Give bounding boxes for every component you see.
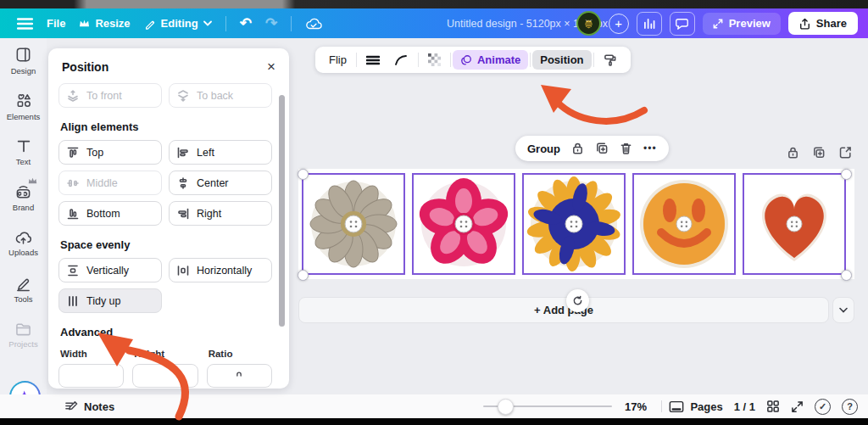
align-bottom-button[interactable]: Bottom — [58, 201, 162, 226]
save-status-button[interactable] — [305, 17, 322, 31]
duplicate-page-icon[interactable] — [812, 146, 826, 159]
main-menu-button[interactable] — [17, 18, 33, 30]
text-icon — [15, 137, 32, 154]
pink-flower-image[interactable] — [412, 173, 515, 275]
sidebar-item-elements[interactable]: Elements — [0, 84, 47, 128]
yellow-blue-flower-image[interactable] — [522, 173, 626, 275]
design-icon — [14, 46, 32, 64]
share-button[interactable]: Share — [788, 12, 858, 35]
checkerboard-icon — [428, 53, 441, 66]
context-toolbar: Flip Animate Position — [315, 47, 631, 73]
add-member-button[interactable]: + — [609, 14, 629, 34]
zoom-slider-thumb[interactable] — [498, 399, 514, 415]
comments-button[interactable] — [670, 12, 695, 36]
panel-scrollbar[interactable] — [279, 95, 285, 327]
add-page-button[interactable]: + Add page — [298, 297, 829, 323]
transparency-button[interactable] — [420, 53, 448, 66]
space-evenly-heading: Space evenly — [60, 238, 270, 251]
collapse-page-button[interactable] — [832, 297, 854, 323]
align-right-button[interactable]: Right — [169, 201, 272, 226]
flip-button[interactable]: Flip — [321, 53, 354, 66]
line-weight-icon — [366, 55, 380, 65]
position-panel: Position × To front To back Align elemen… — [48, 48, 289, 389]
selection-handle-top-right[interactable] — [841, 169, 852, 180]
account-avatar[interactable] — [576, 11, 601, 36]
ratio-lock-icon — [234, 371, 244, 381]
align-top-icon — [67, 147, 79, 159]
close-panel-button[interactable]: × — [267, 59, 275, 74]
status-check-button[interactable]: ✓ — [815, 399, 831, 415]
toolbar-divider — [418, 53, 419, 67]
selection-handle-top-left[interactable] — [298, 169, 309, 180]
statusbar: Notes 17% Pages 1 / 1 ✓ ? — [0, 394, 868, 418]
align-center-button[interactable]: Center — [169, 171, 272, 195]
tidy-up-icon — [67, 295, 79, 307]
preview-button[interactable]: Preview — [703, 13, 781, 35]
fullscreen-icon[interactable] — [791, 400, 804, 413]
position-button[interactable]: Position — [532, 50, 591, 70]
space-horizontally-icon — [177, 265, 189, 277]
add-page-icon[interactable] — [838, 146, 852, 159]
align-center-icon — [177, 177, 189, 189]
more-options-button[interactable]: ••• — [643, 143, 657, 154]
to-front-icon — [67, 90, 79, 102]
selection-handle-bottom-right[interactable] — [841, 270, 852, 281]
sidebar-item-tools[interactable]: Tools — [0, 267, 47, 311]
align-left-button[interactable]: Left — [169, 140, 272, 165]
design-canvas[interactable] — [298, 169, 854, 279]
rotate-icon — [572, 295, 583, 306]
lock-page-icon[interactable] — [787, 146, 799, 159]
sidebar: Design Elements Text Brand Uploads Tools… — [0, 38, 47, 418]
sidebar-item-projects[interactable]: Projects — [0, 313, 47, 357]
curve-icon — [395, 54, 409, 65]
sidebar-item-design[interactable]: Design — [0, 38, 47, 82]
height-input[interactable] — [132, 364, 198, 388]
selection-handle-bottom-left[interactable] — [298, 270, 309, 281]
sidebar-item-brand[interactable]: Brand — [0, 176, 47, 220]
grey-flower-image[interactable] — [302, 173, 405, 275]
pages-icon — [669, 400, 684, 413]
space-vertically-button[interactable]: Vertically — [58, 258, 162, 282]
width-label: Width — [60, 349, 122, 359]
sidebar-item-uploads[interactable]: Uploads — [0, 221, 47, 266]
sidebar-item-text[interactable]: Text — [0, 130, 47, 174]
redo-button[interactable]: ↷ — [265, 16, 277, 31]
group-button[interactable]: Group — [527, 143, 560, 155]
heart-image[interactable] — [743, 173, 846, 275]
insights-button[interactable] — [637, 12, 662, 36]
brand-kit-icon — [14, 184, 32, 200]
curve-button[interactable] — [387, 54, 416, 65]
smiley-image[interactable] — [632, 173, 736, 275]
topbar-divider — [291, 16, 292, 31]
pages-button[interactable]: Pages — [669, 400, 722, 413]
resize-button[interactable]: Resize — [79, 17, 130, 30]
width-input[interactable] — [58, 364, 124, 388]
tidy-up-button[interactable]: Tidy up — [58, 288, 162, 313]
undo-button[interactable]: ↶ — [240, 16, 252, 31]
topbar: File Resize Editing ↶ ↷ Untitled design … — [0, 8, 868, 38]
editing-mode-dropdown[interactable]: Editing — [144, 17, 212, 30]
toolbar-divider — [593, 53, 594, 67]
align-elements-heading: Align elements — [60, 120, 270, 133]
zoom-level[interactable]: 17% — [625, 394, 647, 418]
help-button[interactable]: ? — [842, 399, 858, 415]
ratio-lock-button[interactable] — [207, 364, 272, 388]
grid-view-icon[interactable] — [766, 400, 780, 413]
shapes-icon — [14, 92, 32, 109]
canva-editor: File Resize Editing ↶ ↷ Untitled design … — [0, 0, 868, 425]
line-weight-button[interactable] — [359, 55, 387, 65]
file-menu[interactable]: File — [47, 17, 65, 30]
lock-icon[interactable] — [571, 142, 584, 155]
trash-icon[interactable] — [620, 142, 632, 155]
smiley-graphic — [634, 175, 734, 273]
copy-style-button[interactable] — [596, 53, 625, 67]
align-top-button[interactable]: Top — [58, 140, 162, 165]
duplicate-icon[interactable] — [595, 142, 609, 155]
animate-button[interactable]: Animate — [453, 50, 528, 70]
notes-button[interactable]: Notes — [64, 394, 114, 418]
page-indicator: 1 / 1 — [734, 400, 755, 413]
space-horizontally-button[interactable]: Horizontally — [169, 258, 272, 282]
chevron-down-icon — [839, 307, 848, 313]
share-upload-icon — [799, 18, 810, 30]
rotate-page-button[interactable] — [566, 289, 589, 312]
